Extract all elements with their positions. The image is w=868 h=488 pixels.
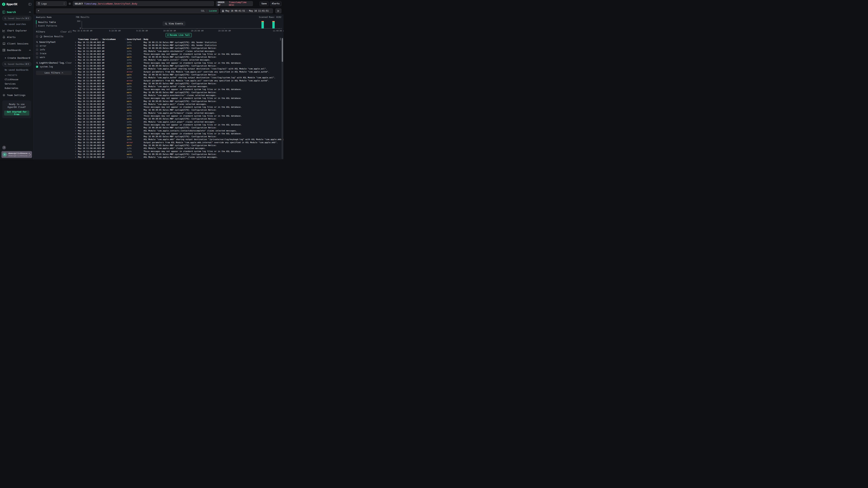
denoise-results-checkbox-row[interactable]: Denoise Results	[36, 35, 72, 38]
view-events-button[interactable]: View Events	[162, 21, 185, 26]
table-row[interactable]: ❯ May 16 11:38:40.683 AM warn May 16 00:…	[74, 47, 283, 50]
row-expand-chevron-icon[interactable]: ❯	[75, 92, 78, 93]
table-row[interactable]: ❯ May 16 11:38:40.683 AM info May 16 00:…	[74, 44, 283, 46]
table-row[interactable]: ❯ May 16 11:38:40.683 AM warn May 16 00:…	[74, 153, 283, 156]
row-expand-chevron-icon[interactable]: ❯	[75, 141, 78, 143]
sidebar-collapse-icon[interactable]	[29, 3, 31, 5]
mode-sql[interactable]: SQL	[201, 9, 205, 12]
saved-dashboards-input[interactable]: Saved Dashboards ⌘ K	[2, 62, 31, 66]
row-expand-chevron-icon[interactable]: ❯	[75, 65, 78, 67]
scrollbar-thumb[interactable]	[282, 38, 283, 62]
table-row[interactable]: ❯ May 16 11:38:40.683 AM warn May 16 00:…	[74, 126, 283, 129]
row-expand-chevron-icon[interactable]: ❯	[75, 59, 78, 61]
row-expand-chevron-icon[interactable]: ❯	[75, 121, 78, 123]
checkbox[interactable]	[36, 48, 38, 51]
table-row[interactable]: ❯ May 16 11:38:40.683 AM info Those mess…	[74, 150, 283, 153]
sidebar-item-client-sessions[interactable]: Client Sessions	[0, 42, 33, 45]
sidebar-item-alerts[interactable]: Alerts	[0, 36, 33, 38]
saved-searches-input[interactable]: Saved Searches ⌘ K	[2, 16, 31, 21]
row-expand-chevron-icon[interactable]: ❯	[75, 77, 78, 78]
severity-option-row[interactable]: trace	[36, 52, 72, 55]
less-filters-button[interactable]: Less filters	[36, 71, 72, 75]
checkbox[interactable]	[36, 53, 38, 55]
row-expand-chevron-icon[interactable]: ❯	[75, 97, 78, 99]
mode-lucene[interactable]: Lucene	[209, 9, 217, 12]
table-row[interactable]: ❯ May 16 11:38:40.683 AM info ASL Module…	[74, 59, 283, 61]
row-expand-chevron-icon[interactable]: ❯	[75, 139, 78, 140]
table-row[interactable]: ❯ May 16 11:38:40.683 AM info Those mess…	[74, 97, 283, 100]
table-row[interactable]: ❯ May 16 11:38:40.683 AM warn May 16 00:…	[74, 109, 283, 111]
date-range-picker[interactable]: May 16 08:41:51 - May 16 11:41:51	[220, 8, 273, 13]
table-row[interactable]: ❯ May 16 11:38:40.683 AM warn May 16 00:…	[74, 56, 283, 58]
table-row[interactable]: ❯ May 16 11:38:40.683 AM info ASL Module…	[74, 67, 283, 70]
row-expand-chevron-icon[interactable]: ❯	[75, 71, 78, 73]
severity-option-row[interactable]: error	[36, 45, 72, 47]
source-select[interactable]: Logs	[36, 1, 67, 6]
row-expand-chevron-icon[interactable]: ❯	[75, 56, 78, 58]
row-expand-chevron-icon[interactable]: ❯	[75, 112, 78, 114]
row-expand-chevron-icon[interactable]: ❯	[75, 47, 78, 49]
table-row[interactable]: ❯ May 16 11:38:40.683 AM info ASL Module…	[74, 94, 283, 97]
row-expand-chevron-icon[interactable]: ❯	[75, 148, 78, 149]
save-button[interactable]: Save	[260, 1, 269, 6]
row-expand-chevron-icon[interactable]: ❯	[75, 153, 78, 155]
row-expand-chevron-icon[interactable]: ❯	[75, 144, 78, 147]
source-settings-gear-icon[interactable]	[68, 2, 71, 5]
table-row[interactable]: ❯ May 16 11:38:40.683 AM error Output pa…	[74, 79, 283, 82]
table-row[interactable]: ❯ May 16 11:38:40.683 AM warn May 16 00:…	[74, 144, 283, 147]
table-row[interactable]: ❯ May 16 11:38:40.683 AM warn May 16 00:…	[74, 100, 283, 103]
table-row[interactable]: ❯ May 16 11:38:40.683 AM info Those mess…	[74, 115, 283, 117]
table-row[interactable]: ❯ May 16 11:38:40.683 AM warn May 16 00:…	[74, 118, 283, 120]
run-query-button[interactable]	[275, 8, 281, 13]
row-expand-chevron-icon[interactable]: ❯	[75, 100, 78, 102]
table-row[interactable]: ❯ May 16 11:38:40.683 AM info Those mess…	[74, 61, 283, 64]
row-expand-chevron-icon[interactable]: ❯	[75, 44, 78, 46]
table-row[interactable]: ❯ May 16 11:38:40.683 AM warn May 16 00:…	[74, 135, 283, 138]
table-row[interactable]: ❯ May 16 11:38:40.683 AM warn May 16 00:…	[74, 91, 283, 94]
clear-all-button[interactable]: Clear all	[61, 31, 72, 33]
row-expand-chevron-icon[interactable]: ❯	[75, 127, 78, 129]
histogram-bar[interactable]	[261, 21, 264, 28]
help-button[interactable]: ?	[2, 146, 6, 150]
table-row[interactable]: ❯ May 16 11:38:40.683 AM info ASL Module…	[74, 129, 283, 132]
table-row[interactable]: ❯ May 16 11:38:40.683 AM info ASL Module…	[74, 76, 283, 79]
table-row[interactable]: ❯ May 16 11:38:40.683 AM info Those mess…	[74, 88, 283, 91]
row-expand-chevron-icon[interactable]: ❯	[75, 156, 78, 158]
row-expand-chevron-icon[interactable]: ❯	[75, 103, 78, 105]
table-scrollbar[interactable]	[282, 38, 283, 159]
preset-item[interactable]: Kubernetes	[0, 87, 33, 90]
table-row[interactable]: ❯ May 16 11:38:40.683 AM info Those mess…	[74, 106, 283, 109]
row-expand-chevron-icon[interactable]: ❯	[75, 106, 78, 108]
row-expand-chevron-icon[interactable]: ❯	[75, 130, 78, 132]
table-row[interactable]: ❯ May 16 11:38:40.683 AM info ASL Module…	[74, 103, 283, 105]
row-expand-chevron-icon[interactable]: ❯	[75, 62, 78, 64]
severity-option-row[interactable]: warn	[36, 56, 72, 59]
checkbox[interactable]	[36, 45, 38, 47]
row-expand-chevron-icon[interactable]: ❯	[75, 89, 78, 90]
table-row[interactable]: ❯ May 16 11:38:40.683 AM info May 16 00:…	[74, 41, 283, 44]
table-row[interactable]: ❯ May 16 11:38:40.683 AM warn May 16 00:…	[74, 73, 283, 76]
row-expand-chevron-icon[interactable]: ❯	[75, 86, 78, 88]
resume-live-tail-button[interactable]: Resume Live Tail	[166, 33, 192, 37]
table-options-kebab-icon[interactable]	[280, 38, 281, 40]
table-row[interactable]: ❯ May 16 11:38:40.683 AM error Output pa…	[74, 70, 283, 73]
preset-item[interactable]: Services	[0, 83, 33, 85]
tab-event-patterns[interactable]: Event Patterns	[36, 24, 72, 28]
row-expand-chevron-icon[interactable]: ❯	[75, 124, 78, 126]
clear-filter-button[interactable]: Clear	[65, 62, 72, 64]
row-expand-chevron-icon[interactable]: ❯	[75, 41, 78, 43]
row-expand-chevron-icon[interactable]: ❯	[75, 151, 78, 152]
column-resize-handle[interactable]: ⁞	[142, 38, 143, 41]
table-row[interactable]: ❯ May 16 11:38:40.683 AM info ASL Module…	[74, 111, 283, 115]
column-header-timestamp[interactable]: Timestamp (Local)	[78, 38, 102, 40]
table-row[interactable]: ❯ May 16 11:38:40.683 AM info Those mess…	[74, 132, 283, 135]
column-resize-handle[interactable]: ⁞	[125, 38, 126, 41]
table-row[interactable]: ❯ May 16 11:38:40.683 AM warn May 16 00:…	[74, 82, 283, 85]
system-log-checkbox-row[interactable]: system.log	[36, 65, 72, 68]
create-dashboard-button[interactable]: + Create Dashboard	[0, 57, 33, 59]
table-row[interactable]: ❯ May 16 11:38:40.683 AM error Output pa…	[74, 141, 283, 144]
table-row[interactable]: ❯ May 16 11:38:40.683 AM info ASL Module…	[74, 120, 283, 123]
search-icon[interactable]	[36, 62, 38, 64]
preset-item[interactable]: Clickhouse	[0, 78, 33, 81]
table-row[interactable]: ❯ May 16 11:38:40.683 AM info Those mess…	[74, 123, 283, 126]
